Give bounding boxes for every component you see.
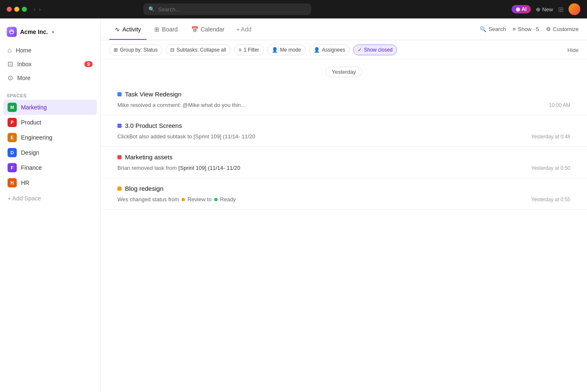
sidebar-item-inbox[interactable]: ⊡ Inbox 9 — [3, 57, 97, 71]
workspace-name: Acme Inc. — [20, 29, 48, 35]
to-status-dot — [214, 198, 218, 201]
space-label-product: Product — [21, 119, 41, 126]
filter-icon: ≡ — [239, 47, 242, 53]
list-item: Blog redesign Wes changed status from Re… — [101, 178, 587, 210]
space-avatar-marketing: M — [8, 103, 17, 112]
list-item: Task View Redesign Mike resolved a comme… — [101, 84, 587, 115]
avatar[interactable] — [569, 3, 580, 15]
date-label: Yesterday — [325, 67, 362, 77]
search-icon: 🔍 — [148, 6, 155, 12]
activity-detail-text: Brian removed task from [Sprint 109] (11… — [117, 165, 240, 171]
customize-action[interactable]: ⚙ Customize — [546, 26, 579, 32]
ai-icon: ◉ — [516, 6, 520, 12]
add-tab-button[interactable]: + Add — [232, 23, 256, 35]
to-preposition: to — [207, 196, 212, 202]
main-layout: Acme Inc. ▾ ⌂ Home ⊡ Inbox 9 ⊙ More Spac… — [0, 18, 587, 392]
home-icon: ⌂ — [8, 47, 12, 54]
dot-minimize[interactable] — [14, 7, 19, 12]
task-title: 3.0 Product Screens — [125, 122, 182, 129]
activity-task-title[interactable]: Task View Redesign — [117, 91, 570, 98]
date-divider: Yesterday — [101, 60, 587, 84]
search-label: Search — [488, 26, 506, 32]
assignees-icon: 👤 — [314, 47, 320, 53]
chevron-down-icon: ▾ — [52, 30, 54, 34]
from-status: Review — [187, 196, 205, 202]
sidebar-item-label: More — [17, 75, 31, 81]
sidebar: Acme Inc. ▾ ⌂ Home ⊡ Inbox 9 ⊙ More Spac… — [0, 18, 101, 392]
global-search-bar[interactable]: 🔍 — [143, 3, 311, 15]
task-color-indicator — [117, 155, 122, 159]
filter-chip-label: Subtasks: Collapse all — [177, 47, 226, 53]
global-search-input[interactable] — [158, 6, 306, 13]
task-color-indicator — [117, 187, 122, 191]
filter-chip-subtasks[interactable]: ⊟ Subtasks: Collapse all — [166, 44, 231, 55]
add-space-button[interactable]: + Add Space — [3, 192, 97, 205]
activity-bold-link: [Sprint 109] (11/14- 11/20 — [179, 165, 240, 171]
activity-task-title[interactable]: Blog redesign — [117, 185, 570, 192]
activity-task-title[interactable]: 3.0 Product Screens — [117, 122, 570, 129]
filter-chip-label: 1 Filter — [244, 47, 259, 53]
dot-close[interactable] — [7, 7, 12, 12]
content-area: ∿ Activity ⊞ Board 📅 Calendar + Add 🔍 Se… — [101, 18, 587, 392]
new-button[interactable]: ⊕ New — [536, 6, 553, 13]
inbox-icon: ⊡ — [8, 60, 13, 68]
spaces-label: Spaces — [0, 88, 100, 100]
workspace-header[interactable]: Acme Inc. ▾ — [0, 23, 100, 40]
activity-detail-text: Wes changed status from Review to Ready — [117, 196, 236, 202]
ai-badge[interactable]: ◉ AI — [512, 5, 531, 13]
customize-label: Customize — [553, 26, 579, 32]
activity-text: Mike resolved a comment: @Mike what do y… — [117, 102, 245, 108]
sidebar-item-product[interactable]: P Product — [3, 115, 97, 130]
filter-chip-group-by[interactable]: ⊞ Group by: Status — [109, 44, 162, 55]
calendar-icon: 📅 — [191, 26, 198, 33]
sidebar-item-engineering[interactable]: E Engineering — [3, 130, 97, 145]
filter-chip-show-closed[interactable]: ✓ Show closed — [353, 44, 397, 55]
sidebar-item-marketing[interactable]: M Marketing — [3, 100, 97, 115]
activity-task-title[interactable]: Marketing assets — [117, 153, 570, 161]
filter-chip-assignees[interactable]: 👤 Assignees — [309, 44, 350, 55]
plus-icon: ⊕ — [536, 6, 540, 13]
tab-activity[interactable]: ∿ Activity — [109, 23, 147, 36]
task-title: Blog redesign — [125, 185, 164, 192]
filter-chip-label: Show closed — [364, 47, 392, 53]
sidebar-item-design[interactable]: D Design — [3, 145, 97, 160]
activity-icon: ∿ — [115, 26, 120, 33]
show-action[interactable]: ≡ Show · 5 — [512, 26, 539, 32]
filter-chip-label: Me mode — [280, 47, 301, 53]
topbar-right: ◉ AI ⊕ New ⊞ — [512, 3, 580, 15]
hide-button[interactable]: Hide — [567, 47, 579, 53]
task-color-indicator — [117, 124, 122, 128]
sidebar-item-hr[interactable]: H HR — [3, 175, 97, 190]
grid-icon[interactable]: ⊞ — [558, 5, 564, 13]
forward-button[interactable]: › — [39, 6, 41, 13]
tab-board[interactable]: ⊞ Board — [148, 23, 183, 36]
activity-prefix: Brian removed task from — [117, 165, 177, 171]
window-controls — [7, 7, 27, 12]
spaces-list: M Marketing P Product E Engineering D De… — [0, 100, 100, 205]
back-button[interactable]: ‹ — [34, 6, 36, 13]
activity-detail-text: Mike resolved a comment: @Mike what do y… — [117, 102, 245, 108]
tab-bar-right: 🔍 Search ≡ Show · 5 ⚙ Customize — [480, 26, 579, 32]
sidebar-item-label: Home — [16, 47, 31, 54]
sidebar-item-finance[interactable]: F Finance — [3, 160, 97, 175]
search-icon: 🔍 — [480, 26, 486, 32]
sidebar-item-home[interactable]: ⌂ Home — [3, 44, 97, 57]
sidebar-item-more[interactable]: ⊙ More — [3, 71, 97, 85]
board-icon: ⊞ — [154, 26, 159, 33]
tab-calendar[interactable]: 📅 Calendar — [185, 23, 231, 36]
dot-maximize[interactable] — [22, 7, 27, 12]
show-icon: ≡ — [512, 26, 516, 32]
add-tab-label: + Add — [236, 26, 252, 33]
from-status-dot — [182, 198, 185, 201]
activity-detail-text: ClickBot also added subtask to [Sprint 1… — [117, 133, 255, 140]
activity-detail: ClickBot also added subtask to [Sprint 1… — [117, 133, 570, 140]
tab-label-board: Board — [162, 26, 177, 33]
search-action[interactable]: 🔍 Search — [480, 26, 506, 32]
tab-bar: ∿ Activity ⊞ Board 📅 Calendar + Add 🔍 Se… — [101, 18, 587, 40]
space-label-marketing: Marketing — [21, 104, 47, 111]
space-label-design: Design — [21, 149, 39, 156]
group-by-icon: ⊞ — [114, 47, 118, 53]
filter-chip-filter[interactable]: ≡ 1 Filter — [234, 44, 264, 55]
activity-prefix: Wes changed status from — [117, 196, 179, 202]
filter-chip-me-mode[interactable]: 👤 Me mode — [267, 44, 306, 55]
